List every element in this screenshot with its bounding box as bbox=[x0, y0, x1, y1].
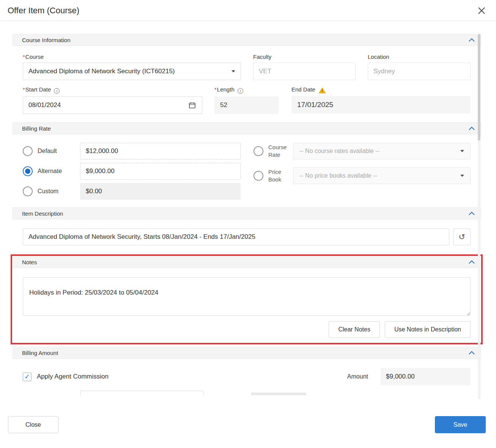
radio-selected-icon[interactable] bbox=[23, 166, 33, 176]
chevron-down-icon bbox=[460, 150, 464, 152]
radio-icon[interactable] bbox=[254, 146, 263, 156]
required-asterisk: * bbox=[23, 54, 25, 60]
item-description-header[interactable]: Item Description bbox=[12, 207, 481, 219]
notes-textarea[interactable]: Holidays in Period: 25/03/2024 to 05/04/… bbox=[23, 277, 471, 316]
required-asterisk: * bbox=[23, 86, 25, 93]
amount-group: Amount $9,000.00 bbox=[347, 368, 471, 385]
course-field: *Course Advanced Diploma of Network Secu… bbox=[23, 54, 241, 80]
use-notes-in-description-button[interactable]: Use Notes in Description bbox=[385, 321, 471, 338]
location-input: Sydney bbox=[368, 63, 471, 80]
section-title: Notes bbox=[22, 259, 37, 265]
location-field: Location Sydney bbox=[368, 54, 471, 80]
modal-title: Offer Item (Course) bbox=[8, 6, 79, 16]
end-date-input: 17/01/2025 bbox=[291, 96, 471, 114]
apply-agent-commission-label: Apply Agent Commission bbox=[37, 373, 109, 380]
red-annotation-box: Notes Holidays in Period: 25/03/2024 to … bbox=[11, 254, 483, 344]
rate-option-custom: Custom $0.00 bbox=[23, 183, 241, 200]
regenerate-description-button[interactable]: ↺ bbox=[453, 229, 471, 245]
faculty-input: VET bbox=[253, 63, 356, 80]
scrollbar[interactable] bbox=[478, 34, 480, 399]
course-information-header[interactable]: Course Information bbox=[12, 34, 481, 46]
end-date-field: End Date! 17/01/2025 bbox=[291, 86, 471, 114]
radio-icon[interactable] bbox=[23, 186, 33, 196]
notes-buttons: Clear Notes Use Notes in Description bbox=[12, 317, 481, 343]
alternate-rate-input[interactable]: $9,000.00 bbox=[80, 163, 241, 180]
close-button[interactable]: Close bbox=[8, 416, 58, 433]
chevron-up-icon[interactable] bbox=[468, 351, 475, 355]
end-date-label: End Date! bbox=[291, 86, 471, 93]
length-label: *Lengthi bbox=[214, 86, 279, 94]
clear-notes-button[interactable]: Clear Notes bbox=[329, 321, 379, 338]
length-input: 52 bbox=[214, 96, 279, 114]
course-rate-row: Course Rate -- No course rates available… bbox=[254, 143, 471, 159]
radio-icon[interactable] bbox=[254, 171, 263, 181]
section-title: Billing Rate bbox=[22, 125, 51, 132]
billing-rate-header[interactable]: Billing Rate bbox=[12, 122, 481, 134]
faculty-label: Faculty bbox=[253, 54, 356, 60]
section-title: Course Information bbox=[22, 37, 71, 43]
modal-body: Course Information *Course Advanced Dipl… bbox=[0, 21, 496, 395]
default-radio[interactable]: Default bbox=[23, 146, 80, 156]
close-icon[interactable] bbox=[476, 5, 487, 16]
rate-sources: Course Rate -- No course rates available… bbox=[254, 143, 471, 200]
amount-input: $9,000.00 bbox=[381, 368, 471, 385]
warning-icon: ! bbox=[319, 87, 326, 93]
rate-option-alternate: Alternate $9,000.00 bbox=[23, 163, 241, 180]
section-item-description: Item Description Advanced Diploma of Net… bbox=[12, 207, 481, 254]
amount-label: Amount bbox=[347, 373, 368, 380]
section-title: Item Description bbox=[22, 210, 63, 217]
modal-footer: Close Save bbox=[0, 395, 496, 444]
chevron-up-icon[interactable] bbox=[468, 211, 475, 216]
offer-item-modal: Offer Item (Course) Course Information *… bbox=[0, 0, 496, 448]
clipped-row bbox=[23, 391, 471, 395]
section-title: Billing Amount bbox=[22, 350, 58, 356]
clipped-input bbox=[80, 391, 204, 395]
course-select[interactable]: Advanced Diploma of Network Security (IC… bbox=[23, 63, 241, 80]
billing-amount-header[interactable]: Billing Amount bbox=[12, 347, 481, 359]
modal-header: Offer Item (Course) bbox=[0, 0, 496, 21]
billing-amount-content: ✓ Apply Agent Commission Amount $9,000.0… bbox=[12, 359, 481, 385]
price-book-radio[interactable]: Price Book bbox=[254, 168, 293, 184]
scrollbar-thumb[interactable] bbox=[478, 34, 480, 140]
custom-radio[interactable]: Custom bbox=[23, 186, 80, 196]
item-description-content: Advanced Diploma of Network Security, St… bbox=[12, 219, 481, 254]
section-billing-rate: Billing Rate Default $12,000.00 bbox=[12, 122, 481, 207]
notes-content: Holidays in Period: 25/03/2024 to 05/04/… bbox=[12, 268, 481, 317]
price-book-select: -- No price books available -- bbox=[293, 167, 471, 184]
save-button[interactable]: Save bbox=[435, 416, 486, 433]
section-billing-amount: Billing Amount ✓ Apply Agent Commission … bbox=[12, 347, 481, 395]
price-book-row: Price Book -- No price books available -… bbox=[254, 167, 471, 184]
radio-icon[interactable] bbox=[23, 146, 33, 156]
chevron-down-icon bbox=[231, 70, 235, 73]
course-information-content: *Course Advanced Diploma of Network Secu… bbox=[12, 46, 481, 122]
required-asterisk: * bbox=[214, 86, 217, 93]
clipped-box bbox=[251, 393, 306, 395]
info-icon: i bbox=[54, 88, 60, 94]
billing-rate-content: Default $12,000.00 Alternate $9,000.00 bbox=[12, 134, 481, 207]
section-course-information: Course Information *Course Advanced Dipl… bbox=[12, 34, 481, 122]
notes-header[interactable]: Notes bbox=[12, 256, 481, 268]
section-notes: Notes Holidays in Period: 25/03/2024 to … bbox=[12, 256, 481, 343]
length-field: *Lengthi 52 bbox=[214, 86, 279, 114]
course-label: *Course bbox=[23, 54, 241, 60]
alternate-radio[interactable]: Alternate bbox=[23, 166, 80, 176]
course-rate-radio[interactable]: Course Rate bbox=[254, 144, 293, 159]
course-rate-select: -- No course rates available -- bbox=[293, 143, 471, 159]
chevron-up-icon[interactable] bbox=[468, 38, 475, 42]
chevron-up-icon[interactable] bbox=[468, 260, 475, 264]
start-date-label: *Start Datei bbox=[23, 86, 202, 94]
check-icon: ✓ bbox=[24, 372, 30, 381]
rate-options: Default $12,000.00 Alternate $9,000.00 bbox=[23, 143, 241, 200]
rate-option-default: Default $12,000.00 bbox=[23, 143, 241, 159]
calendar-icon[interactable] bbox=[188, 101, 197, 110]
course-select-value: Advanced Diploma of Network Security (IC… bbox=[28, 68, 175, 75]
default-rate-input[interactable]: $12,000.00 bbox=[80, 143, 241, 159]
start-date-field: *Start Datei 08/01/2024 bbox=[23, 86, 202, 114]
info-icon: i bbox=[238, 88, 243, 94]
apply-agent-commission-checkbox[interactable]: ✓ bbox=[23, 372, 31, 381]
history-icon: ↺ bbox=[458, 232, 465, 241]
chevron-down-icon bbox=[460, 175, 464, 177]
description-input[interactable]: Advanced Diploma of Network Security, St… bbox=[23, 229, 449, 245]
chevron-up-icon[interactable] bbox=[468, 126, 475, 131]
start-date-input[interactable]: 08/01/2024 bbox=[23, 96, 202, 114]
